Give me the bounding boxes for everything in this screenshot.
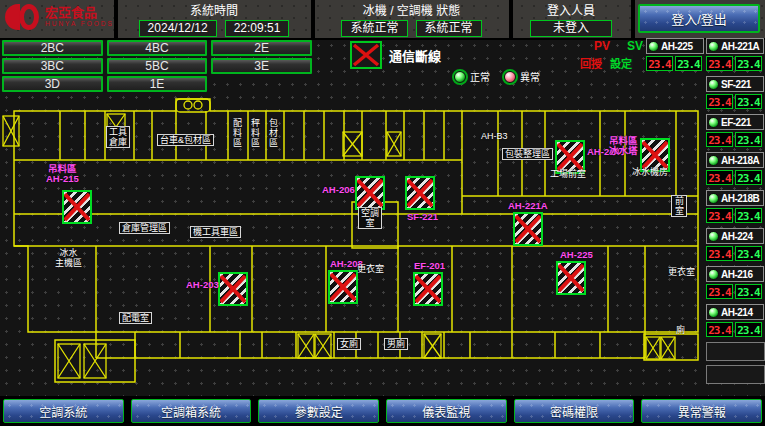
stairs-icon [315, 334, 331, 358]
unit-sv-value: 23.4 [735, 284, 762, 299]
status-led-icon [648, 41, 659, 52]
comm-loss-legend: 通信斷線 [350, 41, 441, 69]
unit-sv-value: 23.4 [735, 246, 762, 261]
unit-values: 23.423.4 [706, 284, 764, 299]
comm-loss-label: 通信斷線 [389, 46, 441, 65]
unit-values: 23.423.4 [706, 132, 764, 147]
stairs-icon [84, 344, 106, 378]
room-label: 更衣室 [357, 264, 384, 274]
comm-loss-marker-AH-203[interactable] [218, 272, 248, 306]
unit-button-ah-224[interactable]: AH-224 [706, 228, 764, 244]
login-section: 登入人員 未登入 [512, 0, 630, 38]
floor-button-1e[interactable]: 1E [107, 76, 208, 92]
brand-subtitle: HUNYA FOODS [45, 20, 114, 28]
unit-pv-value: 23.4 [706, 56, 733, 71]
unit-slot-empty [706, 365, 765, 384]
unit-values: 23.423.4 [706, 94, 764, 109]
normal-label: 正常 [470, 69, 490, 84]
comm-loss-marker-AH-208[interactable] [328, 270, 358, 304]
unit-pv-value: 23.4 [706, 246, 733, 261]
comm-loss-marker-SF-221[interactable] [405, 176, 435, 210]
nav-button-1[interactable]: 空調系統 [3, 399, 124, 423]
stairs-icon [107, 114, 125, 140]
header: 宏亞食品 HUNYA FOODS 系統時間 2024/12/12 22:09:5… [0, 0, 765, 40]
unit-button-ah-218a[interactable]: AH-218A [706, 152, 764, 168]
stairs-icon [3, 116, 19, 146]
unit-button-ah-216[interactable]: AH-216 [706, 266, 764, 282]
comm-loss-marker-冰水塔[interactable] [640, 138, 670, 172]
unit-button-sf-221[interactable]: SF-221 [706, 76, 764, 92]
chiller-status-value: 系統正常 [341, 20, 407, 37]
unit-pv-value: 23.4 [706, 208, 733, 223]
unit-block-ah-214: AH-21423.423.4 [706, 304, 764, 337]
unit-button-ah-214[interactable]: AH-214 [706, 304, 764, 320]
floor-button-3bc[interactable]: 3BC [2, 58, 103, 74]
status-led-icon [708, 269, 719, 280]
status-led-icon [708, 79, 719, 90]
unit-values: 23.423.4 [706, 246, 764, 261]
status-led-icon [708, 193, 719, 204]
status-normal-item: 正常 [454, 69, 490, 84]
marker-label: AH-206 [322, 185, 355, 195]
bottom-nav: 空調系統空調箱系統參數設定儀表監視密碼權限異常警報 [0, 396, 765, 426]
comm-loss-marker-AH-221A[interactable] [513, 212, 543, 246]
unit-button-ah-221a[interactable]: AH-221A [706, 38, 764, 54]
login-user-value: 未登入 [530, 20, 612, 37]
ahu-status-value: 系統正常 [416, 20, 482, 37]
unit-name: AH-225 [661, 41, 692, 52]
comm-loss-marker-AH-206[interactable] [355, 176, 385, 210]
room-label: 包裝整理區 [502, 148, 553, 160]
unit-block-ah-216: AH-21623.423.4 [706, 266, 764, 299]
room-label: 女廁 [337, 338, 361, 350]
comm-loss-icon [350, 41, 382, 69]
machine-status-section: 冰機 / 空調機 狀態 系統正常 系統正常 [315, 0, 508, 38]
unit-values: 23.423.4 [706, 170, 764, 185]
unit-block-ah-218a: AH-218A23.423.4 [706, 152, 764, 185]
status-led-icon [708, 231, 719, 242]
comm-loss-marker-EF-201[interactable] [413, 272, 443, 306]
floor-button-4bc[interactable]: 4BC [107, 40, 208, 56]
unit-block-ah-224: AH-22423.423.4 [706, 228, 764, 261]
floor-button-2bc[interactable]: 2BC [2, 40, 103, 56]
system-date-value: 2024/12/12 [139, 20, 217, 37]
room-label: 秤料區 [250, 118, 260, 148]
room-label: 男廁 [384, 338, 408, 350]
nav-button-4[interactable]: 儀表監視 [386, 399, 507, 423]
marker-label: 吊料區 AH-215 [46, 164, 79, 184]
marker-label: AH-225 [560, 250, 593, 260]
floor-button-3e[interactable]: 3E [211, 58, 312, 74]
nav-button-3[interactable]: 參數設定 [258, 399, 379, 423]
comm-loss-marker-AH-215[interactable] [62, 190, 92, 224]
room-label: 包材區 [268, 118, 278, 148]
unit-button-ah-218b[interactable]: AH-218B [706, 190, 764, 206]
unit-sv-value: 23.4 [735, 94, 762, 109]
room-label: 配電室 [119, 312, 152, 324]
nav-button-5[interactable]: 密碼權限 [514, 399, 635, 423]
unit-values: 23.423.4 [706, 56, 764, 71]
unit-button-ef-221[interactable]: EF-221 [706, 114, 764, 130]
comm-loss-marker-AH-225[interactable] [556, 261, 586, 295]
unit-block-ah-218b: AH-218B23.423.4 [706, 190, 764, 223]
unit-button-ah-225[interactable]: AH-225 [646, 38, 704, 54]
nav-button-2[interactable]: 空調箱系統 [131, 399, 252, 423]
login-logout-button[interactable]: 登入/登出 [638, 4, 760, 33]
floor-button-3d[interactable]: 3D [2, 76, 103, 92]
unit-values: 23.423.4 [706, 322, 764, 337]
unit-sv-value: 23.4 [735, 208, 762, 223]
unit-sv-value: 23.4 [735, 322, 762, 337]
login-label: 登入人員 [512, 1, 630, 18]
unit-slot-empty [706, 342, 765, 361]
floor-button-5bc[interactable]: 5BC [107, 58, 208, 74]
room-label: AH-B3 [481, 131, 508, 141]
marker-label: AH-203 [186, 280, 219, 290]
unit-name: EF-221 [721, 117, 751, 128]
stairs-icon [424, 334, 441, 358]
room-label: 更衣室 [668, 267, 695, 277]
unit-name: AH-216 [721, 269, 752, 280]
nav-button-6[interactable]: 異常警報 [641, 399, 762, 423]
unit-sv-value: 23.4 [735, 56, 762, 71]
status-led-icon [708, 117, 719, 128]
stairs-icon [58, 344, 80, 378]
floor-button-2e[interactable]: 2E [211, 40, 312, 56]
comm-loss-marker-AH-214[interactable] [555, 140, 585, 174]
